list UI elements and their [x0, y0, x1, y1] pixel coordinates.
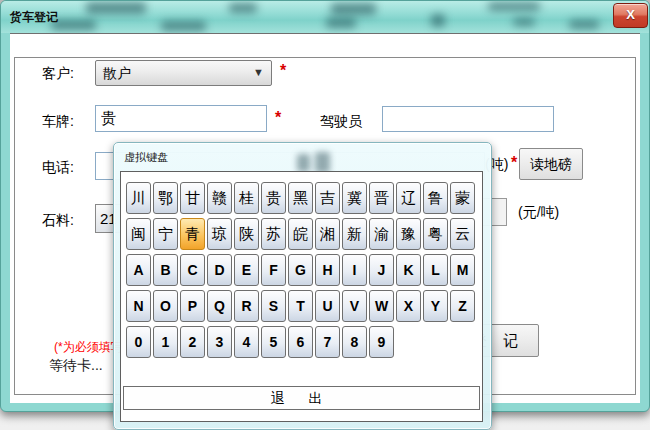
customer-label: 客户:: [42, 65, 74, 83]
keyboard-key-F[interactable]: F: [261, 254, 286, 286]
keyboard-key-赣[interactable]: 赣: [207, 182, 232, 214]
keyboard-key-吉[interactable]: 吉: [315, 182, 340, 214]
keyboard-key-陕[interactable]: 陕: [234, 218, 259, 250]
keyboard-key-T[interactable]: T: [288, 290, 313, 322]
keyboard-key-9[interactable]: 9: [369, 326, 394, 358]
plate-required-star: *: [275, 109, 281, 127]
keyboard-key-桂[interactable]: 桂: [234, 182, 259, 214]
background-blur-blob: [331, 3, 376, 15]
background-blur-blob: [86, 2, 146, 14]
stone-label: 石料:: [42, 212, 74, 230]
keyboard-key-7[interactable]: 7: [315, 326, 340, 358]
keyboard-key-Y[interactable]: Y: [423, 290, 448, 322]
background-blur-blob: [326, 18, 356, 28]
keyboard-key-川[interactable]: 川: [126, 182, 151, 214]
background-blur-blob: [229, 3, 257, 13]
keyboard-key-苏[interactable]: 苏: [261, 218, 286, 250]
keyboard-key-闽[interactable]: 闽: [126, 218, 151, 250]
chevron-down-icon: ▼: [253, 66, 264, 78]
virtual-keyboard-window: 虚拟键盘 川鄂甘赣桂贵黑吉冀晋辽鲁蒙闽宁青琼陕苏皖湘新渝豫粤云ABCDEFGHI…: [113, 142, 492, 430]
keyboard-key-J[interactable]: J: [369, 254, 394, 286]
keyboard-key-粤[interactable]: 粤: [423, 218, 448, 250]
keyboard-key-0[interactable]: 0: [126, 326, 151, 358]
keyboard-key-Z[interactable]: Z: [450, 290, 475, 322]
background-blur-blob: [431, 14, 445, 27]
keyboard-key-甘[interactable]: 甘: [180, 182, 205, 214]
keyboard-title: 虚拟键盘: [124, 150, 168, 165]
keyboard-key-4[interactable]: 4: [234, 326, 259, 358]
window-title: 货车登记: [10, 9, 58, 26]
keyboard-key-云[interactable]: 云: [450, 218, 475, 250]
keyboard-key-皖[interactable]: 皖: [288, 218, 313, 250]
keyboard-key-辽[interactable]: 辽: [396, 182, 421, 214]
keyboard-key-C[interactable]: C: [180, 254, 205, 286]
keyboard-key-M[interactable]: M: [450, 254, 475, 286]
background-blur-blob: [161, 21, 206, 31]
keyboard-panel: 川鄂甘赣桂贵黑吉冀晋辽鲁蒙闽宁青琼陕苏皖湘新渝豫粤云ABCDEFGHIJKLMN…: [120, 171, 483, 422]
keyboard-key-E[interactable]: E: [234, 254, 259, 286]
titlebar[interactable]: 货车登记 X: [1, 1, 649, 33]
customer-select[interactable]: 散户 ▼: [95, 60, 272, 86]
keyboard-key-B[interactable]: B: [153, 254, 178, 286]
keyboard-key-D[interactable]: D: [207, 254, 232, 286]
keyboard-key-8[interactable]: 8: [342, 326, 367, 358]
keyboard-key-1[interactable]: 1: [153, 326, 178, 358]
keyboard-key-3[interactable]: 3: [207, 326, 232, 358]
weight-required-star: *: [511, 154, 517, 172]
plate-label: 车牌:: [42, 113, 74, 131]
keyboard-key-晋[interactable]: 晋: [369, 182, 394, 214]
background-blur-blob: [569, 20, 599, 29]
screen: 货车登记 X 客户: 散户 ▼ * 车牌: * 驾驶员 电话:: [0, 0, 650, 430]
background-blur-blob: [488, 2, 540, 11]
keyboard-keys: 川鄂甘赣桂贵黑吉冀晋辽鲁蒙闽宁青琼陕苏皖湘新渝豫粤云ABCDEFGHIJKLMN…: [121, 172, 482, 358]
customer-select-value: 散户: [103, 65, 131, 83]
keyboard-key-O[interactable]: O: [153, 290, 178, 322]
keyboard-key-渝[interactable]: 渝: [369, 218, 394, 250]
background-blur-blob: [513, 18, 535, 26]
phone-label: 电话:: [42, 159, 74, 177]
background-blur-blob: [315, 152, 330, 173]
price-unit-label: (元/吨): [518, 204, 559, 222]
keyboard-key-蒙[interactable]: 蒙: [450, 182, 475, 214]
keyboard-key-黑[interactable]: 黑: [288, 182, 313, 214]
background-blur-blob: [297, 154, 310, 172]
keyboard-key-G[interactable]: G: [288, 254, 313, 286]
keyboard-key-鄂[interactable]: 鄂: [153, 182, 178, 214]
keyboard-key-K[interactable]: K: [396, 254, 421, 286]
keyboard-key-5[interactable]: 5: [261, 326, 286, 358]
keyboard-key-鲁[interactable]: 鲁: [423, 182, 448, 214]
keyboard-key-V[interactable]: V: [342, 290, 367, 322]
keyboard-key-L[interactable]: L: [423, 254, 448, 286]
keyboard-key-U[interactable]: U: [315, 290, 340, 322]
keyboard-key-2[interactable]: 2: [180, 326, 205, 358]
keyboard-key-I[interactable]: I: [342, 254, 367, 286]
keyboard-key-Q[interactable]: Q: [207, 290, 232, 322]
keyboard-key-R[interactable]: R: [234, 290, 259, 322]
keyboard-key-冀[interactable]: 冀: [342, 182, 367, 214]
keyboard-key-青[interactable]: 青: [180, 218, 205, 250]
keyboard-key-P[interactable]: P: [180, 290, 205, 322]
keyboard-key-6[interactable]: 6: [288, 326, 313, 358]
keyboard-key-宁[interactable]: 宁: [153, 218, 178, 250]
waiting-card-text: 等待卡...: [49, 357, 103, 375]
driver-input[interactable]: [382, 106, 554, 132]
keyboard-key-A[interactable]: A: [126, 254, 151, 286]
customer-required-star: *: [280, 62, 286, 80]
read-weighbridge-button[interactable]: 读地磅: [519, 148, 583, 180]
driver-label: 驾驶员: [320, 113, 362, 131]
keyboard-key-X[interactable]: X: [396, 290, 421, 322]
keyboard-key-贵[interactable]: 贵: [261, 182, 286, 214]
keyboard-key-豫[interactable]: 豫: [396, 218, 421, 250]
keyboard-key-H[interactable]: H: [315, 254, 340, 286]
close-button[interactable]: X: [613, 3, 648, 28]
keyboard-exit-button[interactable]: 退 出: [123, 386, 480, 410]
keyboard-key-琼[interactable]: 琼: [207, 218, 232, 250]
keyboard-key-N[interactable]: N: [126, 290, 151, 322]
keyboard-key-W[interactable]: W: [369, 290, 394, 322]
plate-input[interactable]: [95, 105, 267, 132]
keyboard-key-S[interactable]: S: [261, 290, 286, 322]
keyboard-key-新[interactable]: 新: [342, 218, 367, 250]
keyboard-key-湘[interactable]: 湘: [315, 218, 340, 250]
